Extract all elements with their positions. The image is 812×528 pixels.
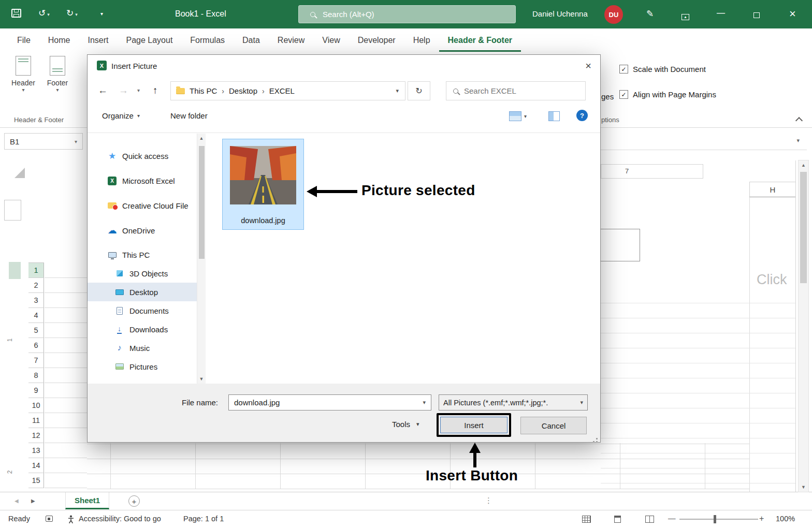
breadcrumb-desktop[interactable]: Desktop xyxy=(229,86,257,95)
row-header[interactable]: 11 xyxy=(28,413,44,428)
row-header[interactable]: 3 xyxy=(28,293,44,308)
row-header[interactable]: 1 xyxy=(28,263,44,278)
quick-access-toolbar-dropdown[interactable]: ▾ xyxy=(100,11,103,17)
sidebar-item-music[interactable]: ♪ Music xyxy=(88,339,197,357)
change-view-icon[interactable] xyxy=(509,111,521,121)
row-header[interactable]: 4 xyxy=(28,308,44,323)
sidebar-item-creative-cloud[interactable]: Creative Cloud File xyxy=(88,196,197,215)
tab-home[interactable]: Home xyxy=(39,28,79,52)
insert-button[interactable]: Insert xyxy=(440,417,508,433)
draw-pen-icon[interactable]: ✎ xyxy=(646,8,654,19)
row-header[interactable]: 12 xyxy=(28,428,44,443)
zoom-level[interactable]: 100% xyxy=(776,515,795,523)
normal-view-icon[interactable] xyxy=(582,516,591,523)
sidebar-item-pictures[interactable]: Pictures xyxy=(88,357,197,376)
row-header[interactable]: 2 xyxy=(28,278,44,293)
dialog-search-box[interactable]: Search EXCEL xyxy=(446,81,586,100)
redo-button[interactable]: ↻▾ xyxy=(66,9,78,18)
sidebar-item-onedrive[interactable]: ☁ OneDrive xyxy=(88,221,197,240)
undo-button[interactable]: ↺▾ xyxy=(38,9,50,18)
scroll-up-icon[interactable]: ▲ xyxy=(799,163,808,168)
sidebar-scrollbar[interactable]: ▲ ▼ xyxy=(197,134,206,384)
cancel-button[interactable]: Cancel xyxy=(520,417,587,434)
zoom-in-button[interactable]: + xyxy=(759,514,764,523)
formula-bar-expand-icon[interactable]: ▾ xyxy=(796,137,800,144)
row-header[interactable]: 15 xyxy=(28,473,44,488)
tab-header-footer[interactable]: Header & Footer xyxy=(439,28,521,52)
tab-file[interactable]: File xyxy=(8,28,39,52)
zoom-slider-thumb[interactable] xyxy=(714,515,716,523)
chevron-down-icon[interactable]: ▾ xyxy=(75,139,77,144)
sidebar-scrollbar-thumb[interactable] xyxy=(199,146,205,259)
sidebar-item-downloads[interactable]: ↓ Downloads xyxy=(88,320,197,339)
close-window-button[interactable]: × xyxy=(789,7,796,21)
address-bar[interactable]: This PC › Desktop › EXCEL ▾ xyxy=(170,81,405,100)
page-break-view-icon[interactable] xyxy=(645,516,654,523)
align-with-page-margins-checkbox[interactable]: ✓ Align with Page Margins xyxy=(619,90,716,99)
scroll-down-icon[interactable]: ▼ xyxy=(197,376,206,382)
prev-sheet-icon[interactable]: ◀ xyxy=(15,498,19,504)
tab-view[interactable]: View xyxy=(313,28,349,52)
tab-review[interactable]: Review xyxy=(269,28,313,52)
sidebar-item-3d-objects[interactable]: 3D Objects xyxy=(88,264,197,283)
undo-dropdown-icon[interactable]: ▾ xyxy=(47,12,50,17)
user-name[interactable]: Daniel Uchenna xyxy=(532,9,588,18)
scroll-up-icon[interactable]: ▲ xyxy=(197,136,206,141)
scroll-down-icon[interactable]: ▼ xyxy=(799,485,808,490)
row-header[interactable]: 7 xyxy=(28,353,44,368)
organize-button[interactable]: Organize ▾ xyxy=(102,111,140,120)
help-button[interactable]: ? xyxy=(576,110,588,121)
column-header-h[interactable]: H xyxy=(749,182,796,197)
breadcrumb-this-pc[interactable]: This PC xyxy=(190,86,217,95)
forward-button[interactable]: → xyxy=(119,85,128,96)
sheet-tab-sheet1[interactable]: Sheet1 xyxy=(65,492,109,509)
save-button[interactable] xyxy=(11,9,21,20)
vertical-scrollbar[interactable]: ▲ ▼ xyxy=(798,160,809,492)
sidebar-item-quick-access[interactable]: ★ Quick access xyxy=(88,146,197,165)
resize-grip[interactable] xyxy=(596,438,598,439)
sidebar-item-microsoft-excel[interactable]: X Microsoft Excel xyxy=(88,171,197,190)
next-sheet-icon[interactable]: ▶ xyxy=(31,498,35,504)
new-folder-button[interactable]: New folder xyxy=(170,111,208,120)
file-item-download-jpg[interactable]: download.jpg xyxy=(222,139,304,230)
search-box[interactable]: Search (Alt+Q) xyxy=(298,5,516,23)
tab-developer[interactable]: Developer xyxy=(349,28,404,52)
tab-data[interactable]: Data xyxy=(234,28,269,52)
tab-insert[interactable]: Insert xyxy=(79,28,117,52)
up-one-level-button[interactable]: ↑ xyxy=(153,85,158,96)
tab-formulas[interactable]: Formulas xyxy=(181,28,234,52)
tab-help[interactable]: Help xyxy=(404,28,439,52)
redo-dropdown-icon[interactable]: ▾ xyxy=(75,12,78,17)
record-macro-icon[interactable] xyxy=(46,516,53,522)
header-button[interactable]: Header ▾ xyxy=(8,56,38,93)
accessibility-status[interactable]: Accessibility: Good to go xyxy=(79,515,161,523)
recent-locations-dropdown-icon[interactable]: ▾ xyxy=(137,87,140,93)
row-header[interactable]: 14 xyxy=(28,458,44,473)
file-name-input[interactable]: download.jpg ▾ xyxy=(228,394,431,410)
minimize-button[interactable]: — xyxy=(717,8,725,18)
sidebar-item-this-pc[interactable]: This PC xyxy=(88,245,197,264)
row-header[interactable]: 13 xyxy=(28,443,44,458)
sidebar-item-desktop[interactable]: Desktop xyxy=(88,283,197,301)
tab-bar-splitter[interactable]: ⋮ xyxy=(485,496,492,505)
row-header[interactable]: 9 xyxy=(28,383,44,398)
dialog-close-button[interactable]: × xyxy=(576,55,600,77)
refresh-button[interactable]: ↻ xyxy=(408,81,430,100)
tab-page-layout[interactable]: Page Layout xyxy=(117,28,181,52)
page-layout-view-icon[interactable] xyxy=(614,516,621,523)
sidebar-item-documents[interactable]: Documents xyxy=(88,301,197,320)
row-header[interactable]: 8 xyxy=(28,368,44,383)
preview-pane-icon[interactable] xyxy=(548,111,560,121)
chevron-down-icon[interactable]: ▾ xyxy=(423,399,426,406)
scale-with-document-checkbox[interactable]: ✓ Scale with Document xyxy=(619,65,706,74)
formula-bar-right[interactable]: ▾ xyxy=(601,133,807,150)
view-dropdown-icon[interactable]: ▾ xyxy=(524,113,527,119)
zoom-out-button[interactable]: — xyxy=(668,514,676,522)
tools-button[interactable]: Tools ▾ xyxy=(392,420,419,429)
row-header[interactable]: 5 xyxy=(28,323,44,338)
back-button[interactable]: ← xyxy=(98,85,108,96)
user-avatar[interactable]: DU xyxy=(604,5,623,24)
footer-button[interactable]: Footer ▾ xyxy=(42,56,72,93)
row-header[interactable]: 10 xyxy=(28,398,44,413)
file-type-dropdown[interactable]: All Pictures (*.emf;*.wmf;*.jpg;*. ▾ xyxy=(439,394,588,410)
